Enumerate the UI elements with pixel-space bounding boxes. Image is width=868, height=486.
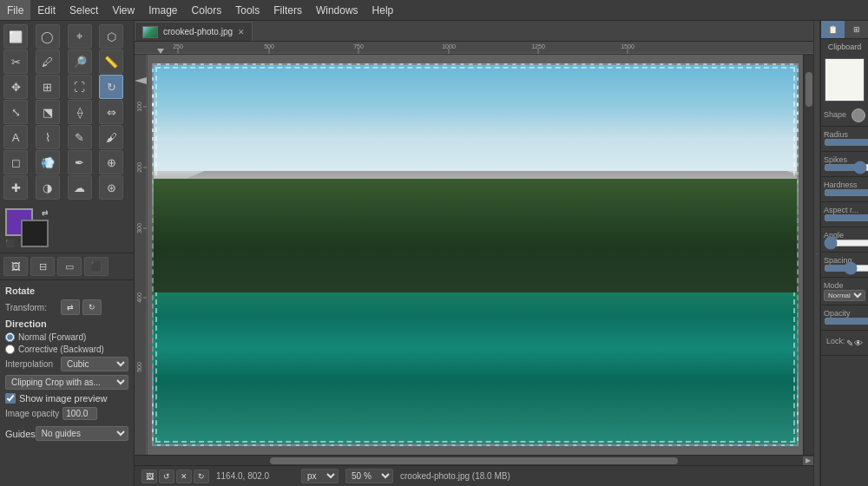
scrollbar-bottom[interactable]: ▶ (135, 455, 813, 465)
show-preview-checkbox[interactable] (5, 393, 16, 404)
status-unit-select[interactable]: px mm in (301, 469, 339, 483)
right-tab-layers[interactable]: ⊞ (845, 21, 868, 38)
svg-text:500: 500 (136, 362, 142, 372)
spacing-slider[interactable] (824, 265, 868, 272)
image-opacity-input[interactable] (62, 407, 97, 420)
radius-slider[interactable] (824, 139, 868, 146)
hardness-slider[interactable] (824, 189, 868, 196)
menu-select[interactable]: Select (62, 0, 105, 20)
tool-shear[interactable]: ⬔ (36, 100, 60, 124)
lock-pixels-icon[interactable]: ✎ (845, 337, 854, 349)
panel-collapse-handle[interactable]: · (813, 21, 820, 486)
right-tab-clipboard[interactable]: 📋 (821, 21, 845, 38)
tool-measure[interactable]: 📏 (99, 49, 123, 74)
tool-fuzzy-select[interactable]: ⬡ (99, 24, 123, 49)
transform-btn-selection[interactable]: ↻ (82, 299, 102, 315)
menu-view[interactable]: View (105, 0, 141, 20)
angle-slider[interactable] (824, 240, 868, 246)
menu-filters[interactable]: Filters (266, 0, 309, 20)
menu-colors[interactable]: Colors (185, 0, 229, 20)
tool-ellipse-select[interactable]: ◯ (36, 24, 60, 49)
tool-dodge[interactable]: ◑ (36, 175, 60, 200)
tool-paintbrush[interactable]: 🖌 (99, 125, 123, 149)
status-coordinates: 1164.0, 802.0 (216, 471, 294, 481)
menu-windows[interactable]: Windows (309, 0, 365, 20)
patterns-btn[interactable]: ⊟ (30, 257, 55, 276)
tool-smudge[interactable]: ☁ (68, 175, 92, 200)
tool-crop[interactable]: ⛶ (68, 75, 92, 99)
menu-image[interactable]: Image (141, 0, 184, 20)
spikes-slider[interactable] (824, 164, 868, 171)
clipping-select[interactable]: Clipping Crop with as... Adjust Clip (5, 375, 128, 390)
tool-path[interactable]: ⌇ (36, 125, 60, 149)
scrollbar-thumb-horizontal[interactable] (270, 457, 677, 464)
svg-text:250: 250 (173, 43, 183, 49)
spacing-section: Spacing (821, 253, 868, 278)
aspect-slider[interactable] (824, 214, 868, 221)
scrollbar-thumb-vertical[interactable] (806, 72, 812, 107)
scrollbar-corner[interactable]: ▶ (803, 456, 813, 465)
tool-mode-buttons: 🖼 ⊟ ▭ ⬛ (0, 253, 134, 279)
new-image-btn[interactable]: 🖼 (3, 257, 28, 276)
tool-color-picker[interactable]: 🔎 (68, 49, 92, 74)
mode-select[interactable]: Normal Multiply Screen (824, 290, 865, 301)
menu-tools[interactable]: Tools (228, 0, 266, 20)
interpolation-select[interactable]: Cubic Linear None (61, 357, 128, 371)
tool-rectangle-select[interactable]: ⬜ (3, 24, 28, 49)
tool-text[interactable]: A (3, 125, 28, 149)
tool-foreground[interactable]: 🖊 (36, 49, 60, 74)
tool-convolve[interactable]: ⊛ (99, 175, 123, 200)
tool-move[interactable]: ✥ (3, 75, 28, 99)
cancel-btn[interactable]: ✕ (176, 470, 192, 483)
tool-clone[interactable]: ⊕ (99, 150, 123, 174)
new-btn[interactable]: 🖼 (141, 470, 157, 483)
shape-preview[interactable] (852, 108, 865, 122)
tool-heal[interactable]: ✚ (3, 175, 28, 200)
brushes-btn[interactable]: ⬛ (84, 257, 108, 276)
tool-airbrush[interactable]: 💨 (36, 150, 60, 174)
background-color[interactable] (21, 220, 49, 247)
direction-normal-radio[interactable] (5, 332, 15, 342)
color-swatch-area: ⇄ ⬛ (0, 203, 134, 253)
reset-colors-icon[interactable]: ⬛ (5, 240, 14, 247)
tool-pencil[interactable]: ✎ (68, 125, 92, 149)
tool-align[interactable]: ⊞ (36, 75, 60, 99)
status-zoom-select[interactable]: 50 % 25 % 100 % (345, 469, 393, 483)
tool-perspective[interactable]: ⟠ (68, 100, 92, 124)
menu-file[interactable]: File (0, 0, 30, 20)
swap-colors-icon[interactable]: ⇄ (42, 208, 49, 217)
transform-btn-layer[interactable]: ⇄ (61, 299, 80, 315)
opacity-slider[interactable] (824, 318, 868, 325)
menubar: File Edit Select View Image Colors Tools… (0, 0, 868, 21)
shape-row: Shape (824, 108, 865, 122)
guides-select[interactable]: No guides Rule of thirds Golden sections (36, 426, 128, 441)
tool-ink[interactable]: ✒ (68, 150, 92, 174)
canvas-image[interactable] (152, 63, 799, 446)
menu-edit[interactable]: Edit (30, 0, 62, 20)
lock-icons-row: Lock: ✎ 👁 (824, 334, 865, 351)
direction-corrective-radio[interactable] (5, 345, 15, 354)
tool-flip[interactable]: ⇔ (99, 100, 123, 124)
gradients-btn[interactable]: ▭ (57, 257, 82, 276)
menu-help[interactable]: Help (365, 0, 401, 20)
tool-free-select[interactable]: ⌖ (68, 24, 92, 49)
canvas-tab-photo[interactable]: crooked-photo.jpg ✕ (135, 22, 253, 41)
statusbar: 🖼 ↺ ✕ ↻ 1164.0, 802.0 px mm in 50 % 25 %… (135, 465, 813, 486)
tool-scale[interactable]: ⤡ (3, 100, 28, 124)
canvas-viewport[interactable] (148, 55, 803, 455)
guides-label: Guides (5, 429, 36, 439)
shape-label: Shape (824, 110, 846, 119)
redo-btn[interactable]: ↻ (194, 470, 209, 483)
image-opacity-label: Image opacity (5, 409, 59, 418)
clipping-row: Clipping Crop with as... Adjust Clip (5, 375, 128, 390)
lock-label: Lock: (826, 337, 845, 349)
lock-position-icon[interactable]: 👁 (854, 337, 863, 349)
tool-eraser[interactable]: ◻ (3, 150, 28, 174)
tool-rotate[interactable]: ↻ (99, 75, 123, 99)
undo-btn[interactable]: ↺ (159, 470, 174, 483)
tool-scissors[interactable]: ✂ (3, 49, 28, 74)
scrollbar-right[interactable] (803, 55, 813, 455)
angle-slider-row (824, 240, 865, 246)
clipboard-preview (825, 58, 865, 102)
tab-close-icon[interactable]: ✕ (238, 28, 245, 36)
